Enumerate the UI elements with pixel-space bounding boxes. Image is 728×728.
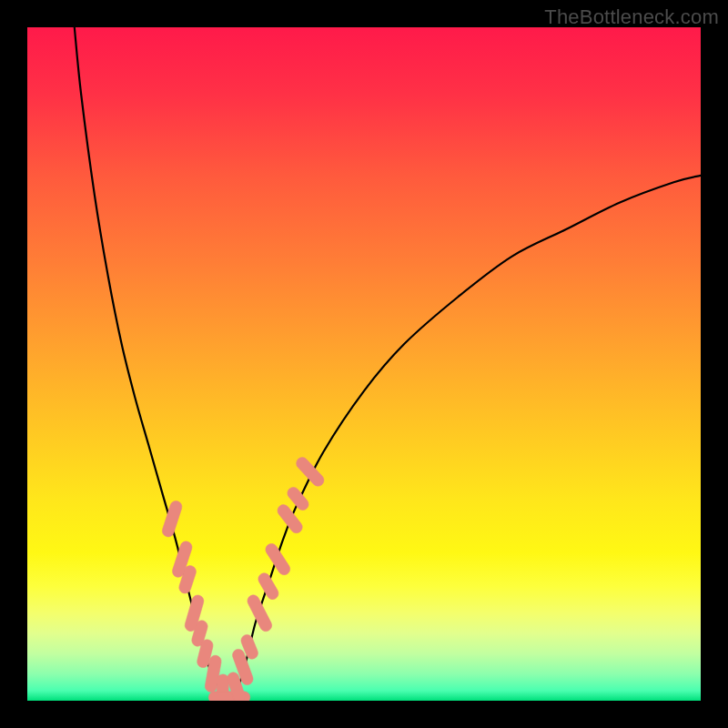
curve-marker: [246, 593, 274, 633]
curve-marker: [294, 455, 327, 489]
plot-area: [27, 27, 701, 701]
left-curve: [75, 27, 229, 698]
curve-marker: [263, 541, 292, 577]
curve-marker: [256, 571, 280, 602]
curve-markers: [161, 455, 327, 701]
curve-marker: [161, 500, 184, 539]
watermark-text: TheBottleneck.com: [544, 5, 719, 29]
curves-layer: [27, 27, 701, 701]
right-curve: [229, 176, 701, 698]
chart-frame: TheBottleneck.com: [0, 0, 728, 728]
